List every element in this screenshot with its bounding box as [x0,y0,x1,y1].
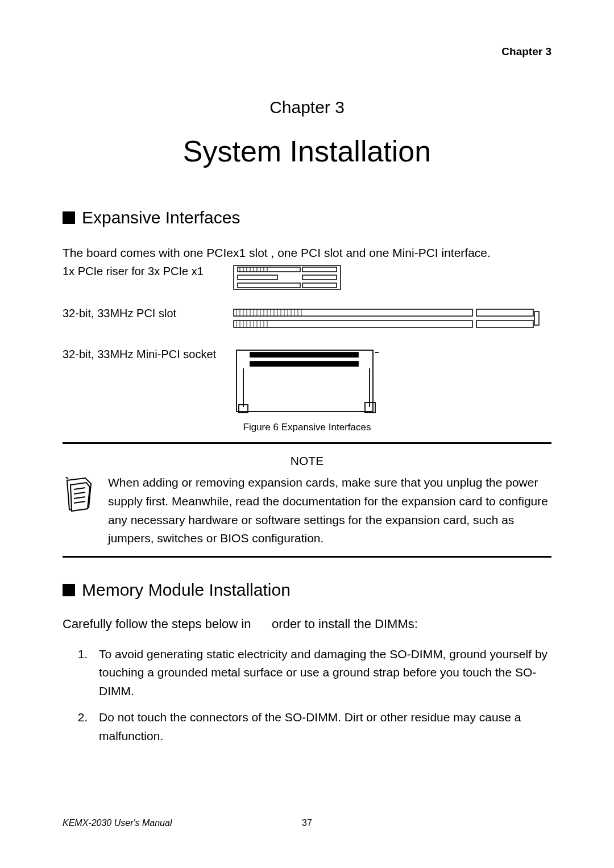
note-text: When adding or removing expansion cards,… [108,474,551,547]
install-steps: To avoid generating static electricity a… [63,645,551,746]
expansive-intro: The board comes with one PCIex1 slot , o… [63,244,551,261]
section-heading-expansive: Expansive Interfaces [63,208,551,227]
svg-rect-23 [250,362,358,366]
svg-rect-20 [534,312,539,325]
svg-rect-3 [238,275,277,280]
subhead-part-b: order to install the DIMMs: [272,617,418,631]
mini-pci-diagram [233,348,551,416]
svg-rect-4 [302,275,337,280]
interface-row: 32-bit, 33MHz Mini-PCI socket [63,348,551,416]
svg-rect-0 [234,265,341,289]
heading-text: Memory Module Installation [82,580,291,600]
svg-rect-16 [234,309,472,316]
list-item: To avoid generating static electricity a… [91,645,551,701]
svg-rect-22 [250,352,358,357]
page-title: System Installation [63,134,551,168]
svg-rect-21 [237,350,373,412]
svg-rect-18 [234,321,472,327]
header-chapter: Chapter 3 [63,45,551,58]
heading-text: Expansive Interfaces [82,208,240,227]
memory-subhead: Carefully follow the steps below in orde… [63,617,551,632]
footer: 37 KEMX-2030 User's Manual [63,818,551,828]
svg-rect-6 [302,283,337,288]
note-body: When adding or removing expansion cards,… [63,474,551,547]
subhead-part-a: Carefully follow the steps below in [63,617,251,631]
mini-pci-label: 32-bit, 33MHz Mini-PCI socket [63,348,233,361]
pci-slot-diagram [233,307,551,331]
divider [63,442,551,444]
note-icon [63,474,97,547]
note-title: NOTE [63,454,551,468]
svg-rect-5 [238,283,300,288]
svg-rect-17 [476,309,533,316]
svg-rect-19 [476,321,533,327]
section-heading-memory: Memory Module Installation [63,580,551,600]
interfaces-block: 1x PCIe riser for 3x PCIe x1 [63,265,551,416]
interface-row: 32-bit, 33MHz PCI slot [63,307,551,331]
pcie-slot-diagram [233,265,551,290]
pcie-riser-label: 1x PCIe riser for 3x PCIe x1 [63,265,233,278]
interface-row: 1x PCIe riser for 3x PCIe x1 [63,265,551,290]
svg-rect-2 [302,267,337,272]
pci-slot-label: 32-bit, 33MHz PCI slot [63,307,233,320]
page-number: 37 [63,818,551,828]
square-bullet-icon [63,211,75,224]
chapter-line: Chapter 3 [63,98,551,117]
figure-caption: Figure 6 Expansive Interfaces [63,422,551,433]
list-item: Do not touch the connectors of the SO-DI… [91,708,551,745]
divider [63,556,551,558]
page: Chapter 3 Chapter 3 System Installation … [0,0,614,868]
square-bullet-icon [63,584,75,596]
